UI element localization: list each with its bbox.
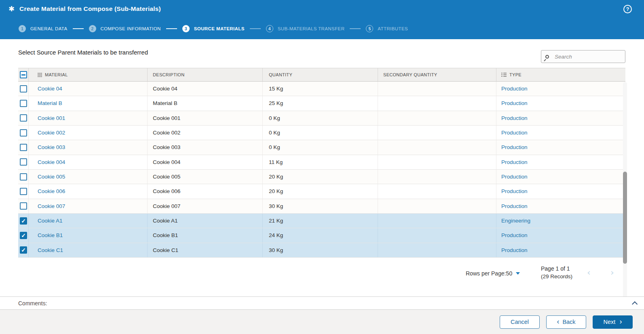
table-row: Cookie 005 Cookie 005 20 Kg Production <box>18 170 625 184</box>
description-cell: Cookie 002 <box>148 126 263 140</box>
type-link[interactable]: Production <box>501 174 528 180</box>
table-row: Cookie 04 Cookie 04 15 Kg Production <box>18 82 625 96</box>
column-header-description[interactable]: DESCRIPTION <box>148 68 263 81</box>
type-link[interactable]: Production <box>501 159 528 165</box>
material-link[interactable]: Cookie 007 <box>38 203 65 209</box>
material-link[interactable]: Cookie A1 <box>38 218 63 224</box>
step-number-badge: 1 <box>19 25 26 32</box>
step-label: COMPOSE INFORMATION <box>101 26 161 31</box>
material-link[interactable]: Cookie 006 <box>38 188 65 194</box>
row-checkbox[interactable] <box>20 188 27 195</box>
rows-per-page-value: 50 <box>506 270 513 277</box>
material-link[interactable]: Cookie 002 <box>38 130 65 136</box>
vertical-scrollbar[interactable] <box>623 82 627 305</box>
quantity-cell: 30 Kg <box>263 243 378 257</box>
secondary-quantity-cell <box>378 82 496 96</box>
table-row: Cookie C1 Cookie C1 30 Kg Production <box>18 243 625 258</box>
step-number-badge: 5 <box>366 25 373 32</box>
step-item[interactable]: 3 SOURCE MATERIALS <box>182 25 245 32</box>
step-item[interactable]: 4 SUB-MATERIALS TRANSFER <box>266 25 345 32</box>
secondary-quantity-cell <box>378 140 496 154</box>
material-link[interactable]: Cookie 001 <box>38 115 65 121</box>
secondary-quantity-cell <box>378 126 496 140</box>
row-checkbox[interactable] <box>20 129 27 137</box>
row-checkbox-cell <box>18 170 29 184</box>
secondary-quantity-cell <box>378 96 496 110</box>
page-info-block: Page 1 of 1 (29 Records) <box>541 265 572 281</box>
column-header-secondary-quantity[interactable]: SECONDARY QUANTITY <box>378 68 496 81</box>
description-cell: Material B <box>148 96 263 110</box>
material-link[interactable]: Cookie 04 <box>38 86 62 92</box>
type-link[interactable]: Production <box>501 144 528 150</box>
material-link[interactable]: Cookie 005 <box>38 174 65 180</box>
row-checkbox[interactable] <box>20 85 27 92</box>
material-link[interactable]: Cookie 003 <box>38 144 65 150</box>
back-button-label: Back <box>562 319 575 325</box>
row-checkbox[interactable] <box>20 114 27 122</box>
row-checkbox[interactable] <box>20 158 27 166</box>
type-link[interactable]: Production <box>501 232 528 238</box>
step-item[interactable]: 5 ATTRIBUTES <box>366 25 408 32</box>
quantity-cell: 20 Kg <box>263 184 378 198</box>
table-row: Cookie 004 Cookie 004 11 Kg Production <box>18 155 625 170</box>
type-link[interactable]: Production <box>501 130 528 136</box>
description-cell: Cookie 006 <box>148 184 263 198</box>
create-material-wizard-window: ✱ Create Material from Compose (Sub-Mate… <box>0 0 644 334</box>
previous-page-button[interactable]: ‹ <box>587 268 591 277</box>
grid-icon <box>38 73 42 77</box>
footer-bar: Cancel ‹ Back Next › <box>0 310 644 334</box>
back-button[interactable]: ‹ Back <box>546 315 586 329</box>
table-row: Cookie B1 Cookie B1 24 Kg Production <box>18 228 625 243</box>
type-link[interactable]: Production <box>501 100 528 106</box>
comments-section[interactable]: Comments: <box>0 296 644 310</box>
quantity-cell: 25 Kg <box>263 96 378 110</box>
row-checkbox-cell <box>18 214 29 228</box>
cancel-button[interactable]: Cancel <box>500 315 540 329</box>
help-icon[interactable]: ? <box>623 5 632 13</box>
type-link[interactable]: Production <box>501 86 528 92</box>
row-checkbox[interactable] <box>20 202 27 210</box>
material-link[interactable]: Cookie C1 <box>38 247 63 253</box>
next-button[interactable]: Next › <box>593 315 633 329</box>
column-header-quantity[interactable]: QUANTITY <box>263 68 378 81</box>
main-content: Select Source Parent Materials to be tra… <box>0 39 644 296</box>
step-number-badge: 2 <box>89 25 96 32</box>
search-input[interactable] <box>554 53 619 60</box>
column-header-description-label: DESCRIPTION <box>153 72 184 77</box>
secondary-quantity-cell <box>378 184 496 198</box>
next-page-button[interactable]: › <box>610 268 614 277</box>
chevron-up-icon[interactable] <box>632 301 638 307</box>
step-item[interactable]: 1 GENERAL DATA <box>19 25 68 32</box>
row-checkbox[interactable] <box>20 100 27 107</box>
step-item[interactable]: 2 COMPOSE INFORMATION <box>89 25 161 32</box>
secondary-quantity-cell <box>378 228 496 242</box>
row-checkbox[interactable] <box>20 144 27 151</box>
row-checkbox[interactable] <box>20 232 27 239</box>
type-link[interactable]: Production <box>501 115 528 121</box>
secondary-quantity-cell <box>378 199 496 213</box>
chevron-left-icon: ‹ <box>557 318 559 325</box>
caret-down-icon <box>516 272 520 275</box>
column-header-material[interactable]: MATERIAL <box>29 68 148 81</box>
material-link[interactable]: Material B <box>38 100 62 106</box>
records-count: (29 Records) <box>541 273 572 281</box>
quantity-cell: 11 Kg <box>263 155 378 169</box>
column-header-type[interactable]: TYPE <box>496 68 625 81</box>
row-checkbox[interactable] <box>20 217 27 225</box>
search-box[interactable] <box>541 50 625 63</box>
scrollbar-thumb[interactable] <box>623 172 627 264</box>
select-all-checkbox[interactable] <box>20 71 27 78</box>
type-link[interactable]: Engineering <box>501 218 530 224</box>
row-checkbox-cell <box>18 228 29 242</box>
type-link[interactable]: Production <box>501 203 528 209</box>
material-link[interactable]: Cookie B1 <box>38 232 63 238</box>
rows-per-page-dropdown[interactable]: Rows per Page:50 <box>466 269 520 277</box>
type-link[interactable]: Production <box>501 247 528 253</box>
row-checkbox[interactable] <box>20 246 27 254</box>
table-row: Cookie 006 Cookie 006 20 Kg Production <box>18 184 625 199</box>
column-header-material-label: MATERIAL <box>45 72 68 77</box>
next-button-label: Next <box>604 319 616 325</box>
material-link[interactable]: Cookie 004 <box>38 159 65 165</box>
type-link[interactable]: Production <box>501 188 528 194</box>
row-checkbox[interactable] <box>20 173 27 181</box>
